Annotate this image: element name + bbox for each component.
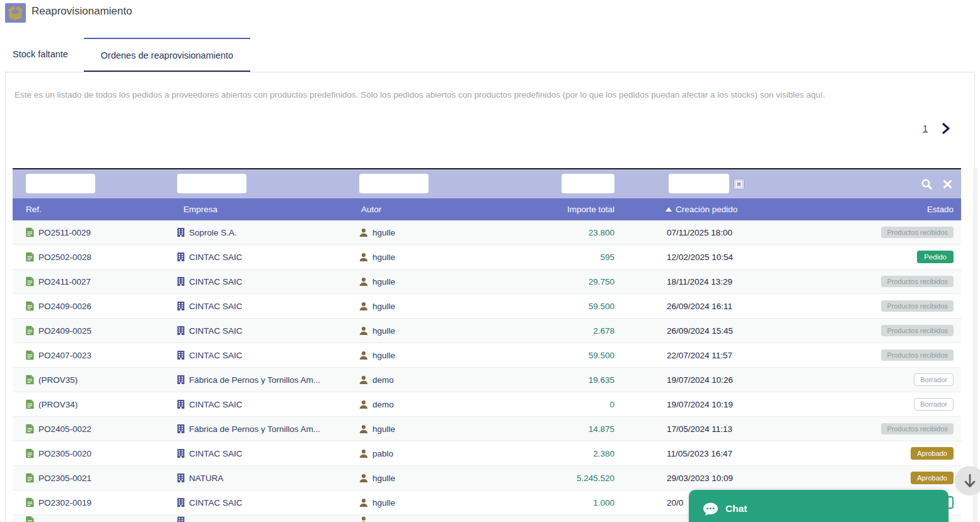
page-title: Reaprovisionamiento — [32, 5, 132, 18]
empresa-link[interactable]: CINTAC SAIC — [189, 277, 243, 287]
column-header-creacion-pedido[interactable]: Creación pedido — [666, 198, 737, 220]
table-row: PO2502-0028 CINTAC SAIC hgulle 595 12/02… — [13, 245, 961, 270]
document-icon — [26, 400, 34, 409]
filter-ref-input[interactable] — [26, 174, 95, 193]
document-icon — [26, 326, 34, 336]
autor-cell: demo — [359, 400, 394, 409]
filter-empresa-input[interactable] — [177, 174, 246, 193]
user-icon — [359, 498, 368, 507]
autor-name: pablo — [372, 449, 393, 458]
filter-autor-input[interactable] — [359, 174, 429, 193]
chat-widget[interactable]: Chat — [689, 490, 948, 522]
fecha-cell: 17/05/2024 11:13 — [667, 424, 732, 434]
ref-link[interactable]: PO2502-0028 — [38, 252, 91, 262]
table-row: PO2305-0020 CINTAC SAIC pablo 2.380 11/0… — [13, 441, 961, 466]
empresa-link[interactable]: Fábrica de Pernos y Tornillos Am... — [189, 424, 320, 434]
ref-link[interactable]: PO2409-0025 — [38, 326, 91, 336]
importe-cell: 59.500 — [492, 302, 614, 311]
empresa-link[interactable]: Fábrica de Pernos y Tornillos Am... — [189, 375, 320, 385]
ref-link[interactable]: (PROV35) — [38, 375, 78, 385]
status-badge: Productos recibidos — [881, 227, 954, 238]
ref-link[interactable]: PO2511-0029 — [38, 228, 91, 237]
filter-fecha-input[interactable] — [669, 174, 729, 193]
user-icon — [359, 326, 368, 335]
importe-total-value: 14.875 — [589, 424, 614, 434]
building-icon — [177, 277, 185, 287]
document-icon — [26, 302, 34, 311]
fecha-cell: 29/03/2023 10:09 — [667, 474, 733, 483]
filter-importe-input[interactable] — [562, 174, 614, 193]
empresa-link[interactable]: CINTAC SAIC — [189, 326, 243, 336]
column-header-importe-total[interactable]: Importe total — [517, 198, 614, 220]
status-badge: Borrador — [914, 373, 954, 386]
autor-cell: hgulle — [359, 424, 395, 434]
search-icon[interactable] — [921, 178, 933, 190]
ref-link[interactable]: PO2409-0026 — [38, 302, 91, 311]
ref-link[interactable]: PO2405-0022 — [38, 424, 91, 434]
column-header-autor[interactable]: Autor — [361, 198, 381, 220]
fecha-creacion-value: 22/07/2024 11:57 — [667, 351, 732, 360]
importe-cell: 1.000 — [492, 498, 614, 508]
ref-link[interactable]: (PROV34) — [38, 400, 78, 409]
fecha-creacion-value: 17/05/2024 11:13 — [667, 424, 732, 434]
ref-cell: PO2409-0025 — [26, 326, 91, 336]
empresa-link[interactable]: CINTAC SAIC — [189, 351, 243, 360]
autor-cell: hgulle — [359, 326, 395, 336]
empresa-link[interactable]: CINTAC SAIC — [189, 400, 243, 409]
pagination: 1 — [923, 123, 952, 134]
next-page-icon[interactable] — [940, 123, 952, 134]
building-icon — [177, 351, 185, 360]
filter-actions — [921, 169, 952, 198]
document-icon — [26, 516, 34, 522]
empresa-link[interactable]: CINTAC SAIC — [189, 498, 243, 508]
document-icon — [26, 375, 34, 385]
table-row: PO2405-0022 Fábrica de Pernos y Tornillo… — [13, 417, 961, 441]
empresa-link[interactable]: NATURA — [189, 474, 224, 483]
importe-cell: 29.750 — [492, 277, 614, 287]
fecha-cell: 19/07/2024 10:26 — [667, 375, 733, 385]
ref-link[interactable]: PO2407-0023 — [38, 351, 91, 360]
empresa-link[interactable]: CINTAC SAIC — [189, 252, 243, 262]
importe-total-value: 5.245.520 — [577, 474, 614, 483]
intro-description: Este es un listado de todos los pedidos … — [14, 90, 954, 99]
calendar-icon[interactable] — [734, 179, 744, 190]
fecha-cell: 20/0 — [667, 498, 683, 508]
column-header-ref[interactable]: Ref. — [26, 198, 42, 220]
empresa-link[interactable]: CINTAC SAIC — [189, 449, 243, 458]
importe-total-value: 59.500 — [589, 302, 614, 311]
importe-total-value: 0 — [609, 400, 614, 409]
ref-link[interactable]: PO2305-0020 — [38, 449, 91, 458]
autor-name: hgulle — [372, 326, 395, 336]
empresa-cell: CINTAC SAIC — [177, 302, 243, 311]
autor-cell: hgulle — [359, 474, 395, 483]
page-number-current[interactable]: 1 — [923, 123, 928, 133]
ref-link[interactable]: PO2305-0021 — [38, 474, 91, 483]
empresa-cell: NATURA — [177, 474, 224, 483]
building-icon — [177, 516, 185, 522]
clear-filters-icon[interactable] — [943, 179, 952, 189]
status-badge: Pedido — [917, 251, 954, 263]
autor-cell: hgulle — [359, 228, 395, 237]
table-row: PO2409-0026 CINTAC SAIC hgulle 59.500 26… — [13, 294, 961, 319]
user-icon — [359, 516, 368, 522]
orders-table: Ref. Empresa Autor Importe total Creació… — [13, 168, 961, 522]
tab-stock-faltante[interactable]: Stock faltante — [13, 38, 68, 72]
empresa-cell: CINTAC SAIC — [177, 326, 243, 336]
empresa-link[interactable]: Soprole S.A. — [189, 228, 237, 237]
autor-name: hgulle — [372, 474, 395, 483]
ref-link[interactable]: PO2302-0019 — [38, 498, 91, 508]
tab-ordenes-reaprovisionamiento[interactable]: Ordenes de reaprovisionamiento — [84, 38, 250, 72]
importe-total-value: 2.380 — [593, 449, 614, 458]
column-header-estado[interactable]: Estado — [927, 198, 954, 220]
empresa-cell: CINTAC SAIC — [177, 449, 243, 458]
status-badge: Productos recibidos — [881, 276, 954, 287]
column-header-empresa[interactable]: Empresa — [183, 198, 217, 220]
user-icon — [359, 351, 368, 360]
scroll-to-bottom-button[interactable] — [955, 466, 980, 496]
empresa-link[interactable]: CINTAC SAIC — [189, 302, 243, 311]
fecha-creacion-value: 19/07/2024 10:26 — [667, 375, 733, 385]
ref-link[interactable]: PO2411-0027 — [38, 277, 91, 287]
autor-name: hgulle — [372, 424, 395, 434]
fecha-cell: 11/05/2023 16:47 — [667, 449, 732, 458]
importe-total-value: 2.678 — [593, 326, 614, 336]
